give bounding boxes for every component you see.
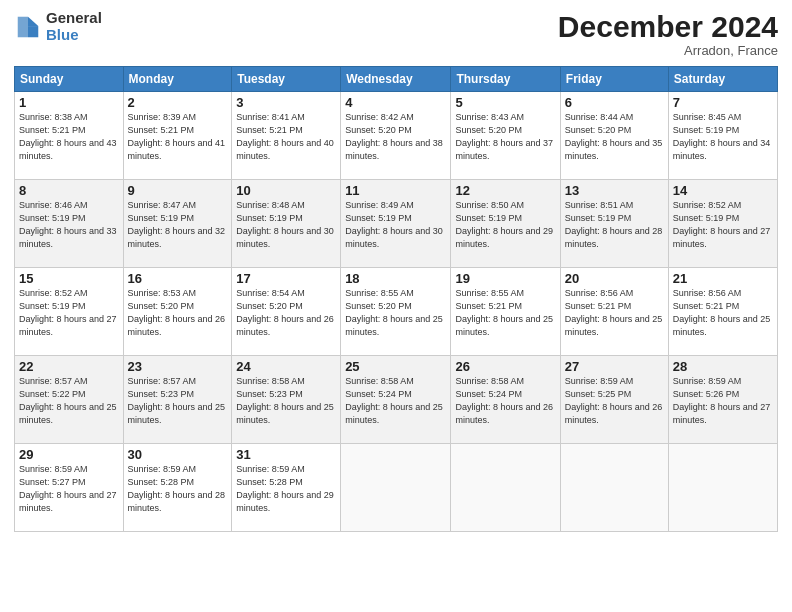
day-cell: 12 Sunrise: 8:50 AM Sunset: 5:19 PM Dayl… (451, 180, 560, 268)
day-info: Sunrise: 8:48 AM Sunset: 5:19 PM Dayligh… (236, 199, 336, 251)
day-number: 21 (673, 271, 773, 286)
col-saturday: Saturday (668, 67, 777, 92)
day-number: 9 (128, 183, 228, 198)
day-cell: 31 Sunrise: 8:59 AM Sunset: 5:28 PM Dayl… (232, 444, 341, 532)
day-info: Sunrise: 8:39 AM Sunset: 5:21 PM Dayligh… (128, 111, 228, 163)
day-number: 28 (673, 359, 773, 374)
page: General Blue December 2024 Arradon, Fran… (0, 0, 792, 612)
header-row: Sunday Monday Tuesday Wednesday Thursday… (15, 67, 778, 92)
day-cell: 30 Sunrise: 8:59 AM Sunset: 5:28 PM Dayl… (123, 444, 232, 532)
logo-icon (14, 13, 42, 41)
day-number: 13 (565, 183, 664, 198)
day-info: Sunrise: 8:55 AM Sunset: 5:21 PM Dayligh… (455, 287, 555, 339)
day-info: Sunrise: 8:45 AM Sunset: 5:19 PM Dayligh… (673, 111, 773, 163)
day-number: 5 (455, 95, 555, 110)
day-info: Sunrise: 8:49 AM Sunset: 5:19 PM Dayligh… (345, 199, 446, 251)
day-info: Sunrise: 8:42 AM Sunset: 5:20 PM Dayligh… (345, 111, 446, 163)
day-info: Sunrise: 8:53 AM Sunset: 5:20 PM Dayligh… (128, 287, 228, 339)
logo-general-text: General (46, 10, 102, 27)
week-row-5: 29 Sunrise: 8:59 AM Sunset: 5:27 PM Dayl… (15, 444, 778, 532)
day-number: 16 (128, 271, 228, 286)
day-cell (341, 444, 451, 532)
day-number: 31 (236, 447, 336, 462)
day-cell: 13 Sunrise: 8:51 AM Sunset: 5:19 PM Dayl… (560, 180, 668, 268)
day-info: Sunrise: 8:55 AM Sunset: 5:20 PM Dayligh… (345, 287, 446, 339)
day-number: 18 (345, 271, 446, 286)
day-cell: 22 Sunrise: 8:57 AM Sunset: 5:22 PM Dayl… (15, 356, 124, 444)
day-info: Sunrise: 8:59 AM Sunset: 5:26 PM Dayligh… (673, 375, 773, 427)
day-cell: 19 Sunrise: 8:55 AM Sunset: 5:21 PM Dayl… (451, 268, 560, 356)
day-cell: 4 Sunrise: 8:42 AM Sunset: 5:20 PM Dayli… (341, 92, 451, 180)
day-number: 27 (565, 359, 664, 374)
day-number: 24 (236, 359, 336, 374)
day-number: 1 (19, 95, 119, 110)
col-thursday: Thursday (451, 67, 560, 92)
day-info: Sunrise: 8:38 AM Sunset: 5:21 PM Dayligh… (19, 111, 119, 163)
day-cell: 15 Sunrise: 8:52 AM Sunset: 5:19 PM Dayl… (15, 268, 124, 356)
day-number: 4 (345, 95, 446, 110)
day-cell: 3 Sunrise: 8:41 AM Sunset: 5:21 PM Dayli… (232, 92, 341, 180)
week-row-2: 8 Sunrise: 8:46 AM Sunset: 5:19 PM Dayli… (15, 180, 778, 268)
svg-marker-3 (18, 16, 28, 37)
day-info: Sunrise: 8:43 AM Sunset: 5:20 PM Dayligh… (455, 111, 555, 163)
day-number: 2 (128, 95, 228, 110)
day-number: 23 (128, 359, 228, 374)
col-wednesday: Wednesday (341, 67, 451, 92)
day-cell: 7 Sunrise: 8:45 AM Sunset: 5:19 PM Dayli… (668, 92, 777, 180)
day-cell (560, 444, 668, 532)
day-info: Sunrise: 8:52 AM Sunset: 5:19 PM Dayligh… (19, 287, 119, 339)
day-info: Sunrise: 8:56 AM Sunset: 5:21 PM Dayligh… (565, 287, 664, 339)
day-number: 7 (673, 95, 773, 110)
day-cell: 21 Sunrise: 8:56 AM Sunset: 5:21 PM Dayl… (668, 268, 777, 356)
day-info: Sunrise: 8:54 AM Sunset: 5:20 PM Dayligh… (236, 287, 336, 339)
day-cell: 24 Sunrise: 8:58 AM Sunset: 5:23 PM Dayl… (232, 356, 341, 444)
day-cell: 14 Sunrise: 8:52 AM Sunset: 5:19 PM Dayl… (668, 180, 777, 268)
col-friday: Friday (560, 67, 668, 92)
day-cell: 10 Sunrise: 8:48 AM Sunset: 5:19 PM Dayl… (232, 180, 341, 268)
location: Arradon, France (558, 43, 778, 58)
day-number: 20 (565, 271, 664, 286)
day-cell (668, 444, 777, 532)
col-sunday: Sunday (15, 67, 124, 92)
day-number: 10 (236, 183, 336, 198)
day-number: 12 (455, 183, 555, 198)
week-row-3: 15 Sunrise: 8:52 AM Sunset: 5:19 PM Dayl… (15, 268, 778, 356)
day-info: Sunrise: 8:41 AM Sunset: 5:21 PM Dayligh… (236, 111, 336, 163)
day-cell: 5 Sunrise: 8:43 AM Sunset: 5:20 PM Dayli… (451, 92, 560, 180)
day-cell: 16 Sunrise: 8:53 AM Sunset: 5:20 PM Dayl… (123, 268, 232, 356)
day-number: 22 (19, 359, 119, 374)
month-title: December 2024 (558, 10, 778, 43)
day-info: Sunrise: 8:57 AM Sunset: 5:23 PM Dayligh… (128, 375, 228, 427)
day-number: 15 (19, 271, 119, 286)
day-number: 3 (236, 95, 336, 110)
title-block: December 2024 Arradon, France (558, 10, 778, 58)
day-number: 25 (345, 359, 446, 374)
day-info: Sunrise: 8:59 AM Sunset: 5:28 PM Dayligh… (236, 463, 336, 515)
day-number: 6 (565, 95, 664, 110)
day-cell: 23 Sunrise: 8:57 AM Sunset: 5:23 PM Dayl… (123, 356, 232, 444)
day-info: Sunrise: 8:46 AM Sunset: 5:19 PM Dayligh… (19, 199, 119, 251)
day-cell: 6 Sunrise: 8:44 AM Sunset: 5:20 PM Dayli… (560, 92, 668, 180)
day-cell: 17 Sunrise: 8:54 AM Sunset: 5:20 PM Dayl… (232, 268, 341, 356)
day-number: 19 (455, 271, 555, 286)
svg-marker-2 (28, 26, 38, 37)
day-info: Sunrise: 8:58 AM Sunset: 5:24 PM Dayligh… (455, 375, 555, 427)
day-cell: 29 Sunrise: 8:59 AM Sunset: 5:27 PM Dayl… (15, 444, 124, 532)
day-cell: 8 Sunrise: 8:46 AM Sunset: 5:19 PM Dayli… (15, 180, 124, 268)
day-cell: 20 Sunrise: 8:56 AM Sunset: 5:21 PM Dayl… (560, 268, 668, 356)
day-number: 8 (19, 183, 119, 198)
day-info: Sunrise: 8:58 AM Sunset: 5:23 PM Dayligh… (236, 375, 336, 427)
day-info: Sunrise: 8:58 AM Sunset: 5:24 PM Dayligh… (345, 375, 446, 427)
day-cell: 2 Sunrise: 8:39 AM Sunset: 5:21 PM Dayli… (123, 92, 232, 180)
day-info: Sunrise: 8:44 AM Sunset: 5:20 PM Dayligh… (565, 111, 664, 163)
day-number: 11 (345, 183, 446, 198)
day-info: Sunrise: 8:59 AM Sunset: 5:27 PM Dayligh… (19, 463, 119, 515)
day-number: 14 (673, 183, 773, 198)
col-monday: Monday (123, 67, 232, 92)
day-info: Sunrise: 8:51 AM Sunset: 5:19 PM Dayligh… (565, 199, 664, 251)
header: General Blue December 2024 Arradon, Fran… (14, 10, 778, 58)
day-cell: 25 Sunrise: 8:58 AM Sunset: 5:24 PM Dayl… (341, 356, 451, 444)
day-number: 30 (128, 447, 228, 462)
day-cell: 1 Sunrise: 8:38 AM Sunset: 5:21 PM Dayli… (15, 92, 124, 180)
day-info: Sunrise: 8:59 AM Sunset: 5:28 PM Dayligh… (128, 463, 228, 515)
